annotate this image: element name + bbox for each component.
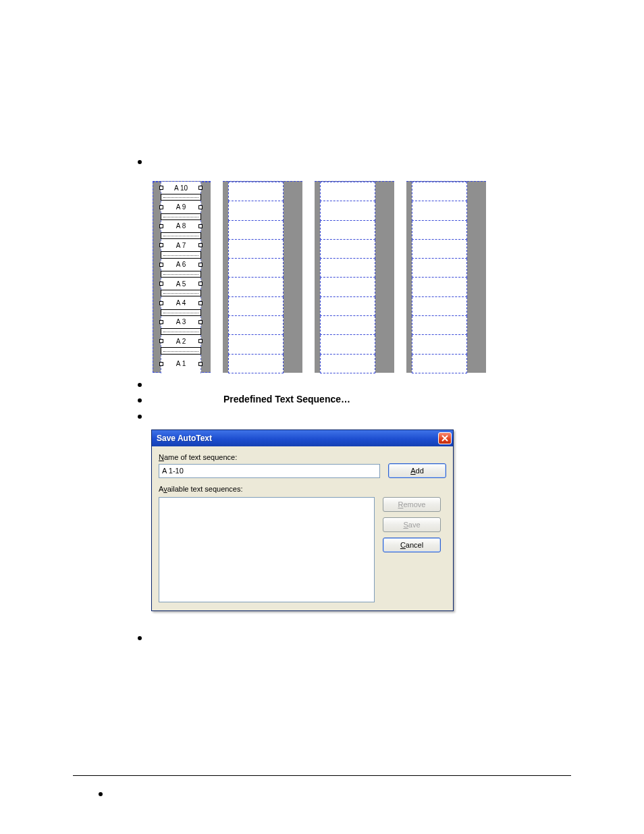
predefined-text-sequence-heading: Predefined Text Sequence… [223, 394, 350, 405]
close-icon[interactable] [438, 432, 452, 444]
panel-slot [228, 240, 284, 259]
panel-1-label: A 5 [161, 278, 201, 290]
panel-slot [320, 316, 375, 335]
dialog-title: Save AutoText [157, 434, 438, 443]
panel-1-gap [161, 213, 201, 220]
name-label: Name of text sequence: [159, 453, 446, 461]
panel-1-label: A 8 [161, 220, 201, 232]
panel-1-label: A 1 [161, 355, 201, 373]
panel-slot [228, 201, 284, 220]
panel-slot [228, 316, 284, 335]
panel-3 [315, 181, 394, 373]
panel-slot [412, 240, 467, 259]
panel-1-label: A 2 [161, 335, 201, 347]
panel-slot [320, 240, 375, 259]
panel-slot [412, 297, 467, 316]
panel-1-label: A 7 [161, 239, 201, 251]
panel-slot [320, 355, 375, 373]
bullet [138, 398, 142, 402]
panel-slot [412, 182, 467, 201]
panel-1-gap [161, 309, 201, 316]
bullet [138, 160, 142, 164]
panel-slot [320, 221, 375, 240]
panel-slot [228, 335, 284, 354]
dialog-titlebar[interactable]: Save AutoText [152, 430, 453, 446]
bullet [99, 792, 103, 796]
remove-button[interactable]: Remove [383, 497, 441, 512]
panel-slot [228, 182, 284, 201]
panel-1-gap [161, 271, 201, 278]
panel-slot [228, 355, 284, 373]
bullet [138, 636, 142, 640]
panel-1-label: A 3 [161, 316, 201, 328]
panel-slot [412, 335, 467, 354]
cancel-button[interactable]: Cancel [383, 538, 441, 552]
panel-slot [412, 221, 467, 240]
panel-slot [228, 259, 284, 278]
available-sequences-label: Available text sequences: [159, 485, 446, 493]
panel-slot [228, 297, 284, 316]
panel-1: A 10A 9A 8A 7A 6A 5A 4A 3A 2A 1 [153, 181, 211, 373]
bullet [138, 415, 142, 419]
panel-1-gap [161, 194, 201, 201]
panel-1-gap [161, 232, 201, 239]
panel-slot [412, 278, 467, 296]
panel-1-label: A 9 [161, 201, 201, 213]
add-button[interactable]: Add [388, 463, 446, 478]
panel-4 [406, 181, 486, 373]
panel-slot [320, 335, 375, 354]
panel-1-gap [161, 328, 201, 335]
panel-slot [320, 259, 375, 278]
available-sequences-listbox[interactable] [159, 497, 375, 602]
panel-slot [412, 259, 467, 278]
panel-1-label: A 4 [161, 296, 201, 309]
panel-slot [320, 297, 375, 316]
panel-2 [223, 181, 302, 373]
panel-slot [320, 201, 375, 220]
panel-1-gap [161, 290, 201, 296]
panel-slot [412, 201, 467, 220]
bullet [138, 383, 142, 387]
panel-1-gap [161, 251, 201, 258]
panel-slot [412, 355, 467, 373]
panel-slot [228, 278, 284, 296]
panel-1-label: A 6 [161, 259, 201, 271]
panel-1-label: A 10 [161, 182, 201, 194]
panel-slot [412, 316, 467, 335]
save-autotext-dialog: Save AutoText Name of text sequence: Add… [151, 429, 454, 611]
bottom-divider [73, 775, 571, 776]
panel-slot [320, 278, 375, 296]
save-button[interactable]: Save [383, 517, 441, 532]
name-of-text-sequence-input[interactable] [159, 464, 380, 478]
panel-slot [320, 182, 375, 201]
panels-row: A 10A 9A 8A 7A 6A 5A 4A 3A 2A 1 [153, 181, 486, 373]
panel-slot [228, 221, 284, 240]
panel-1-gap [161, 347, 201, 354]
